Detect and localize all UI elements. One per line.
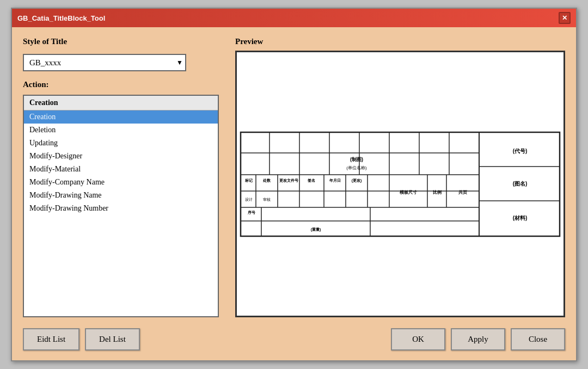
- svg-text:共页: 共页: [458, 190, 467, 195]
- window-title: GB_Catia_TitleBlock_Tool: [17, 14, 105, 22]
- listbox-header: Creation: [24, 96, 218, 110]
- left-button-group: Eidt List Del List: [23, 328, 140, 350]
- svg-text:(代号): (代号): [513, 148, 528, 154]
- svg-text:(图名): (图名): [513, 181, 528, 187]
- preview-area: (制图) (单位名称) (代号) (图名) (材料) 标记 处数 更改文件号 签…: [235, 51, 565, 317]
- listbox-item-modify-material[interactable]: Modify-Material: [24, 163, 218, 176]
- svg-text:(材料): (材料): [513, 215, 528, 221]
- listbox-item-modify-drawing-name[interactable]: Modify-Drawing Name: [24, 189, 218, 202]
- svg-text:模板尺寸: 模板尺寸: [399, 190, 417, 195]
- svg-text:处数: 处数: [262, 178, 271, 183]
- svg-text:标记: 标记: [244, 178, 253, 182]
- svg-text:年月日: 年月日: [329, 179, 341, 182]
- style-dropdown[interactable]: GB_xxxx: [23, 54, 186, 71]
- svg-text:(单位名称): (单位名称): [346, 165, 367, 170]
- listbox-item-deletion[interactable]: Deletion: [24, 124, 218, 137]
- close-button[interactable]: ✕: [559, 12, 571, 24]
- top-section: Style of Title GB_xxxx ▼ Action: Creatio…: [23, 37, 565, 317]
- svg-text:(更改): (更改): [352, 179, 362, 183]
- listbox-item-modify-drawing-number[interactable]: Modify-Drawing Number: [24, 202, 218, 215]
- apply-button[interactable]: Apply: [451, 328, 505, 350]
- right-button-group: OK Apply Close: [391, 328, 565, 350]
- ok-button[interactable]: OK: [391, 328, 445, 350]
- svg-text:序号: 序号: [247, 210, 256, 214]
- listbox-item-modify-company[interactable]: Modify-Company Name: [24, 176, 218, 189]
- svg-text:(制图): (制图): [350, 157, 363, 162]
- title-bar: GB_Catia_TitleBlock_Tool ✕: [12, 9, 576, 27]
- action-listbox[interactable]: Creation Creation Deletion Updating Modi…: [23, 95, 219, 317]
- del-list-button[interactable]: Del List: [85, 328, 140, 350]
- preview-label: Preview: [235, 37, 565, 46]
- listbox-items-list: Creation Deletion Updating Modify-Design…: [24, 110, 218, 215]
- svg-text:审核: 审核: [263, 198, 271, 202]
- style-dropdown-container: GB_xxxx ▼: [23, 54, 186, 71]
- action-label: Action:: [23, 80, 219, 89]
- svg-text:比例: 比例: [433, 190, 442, 195]
- svg-text:签名: 签名: [308, 178, 315, 182]
- preview-svg: (制图) (单位名称) (代号) (图名) (材料) 标记 处数 更改文件号 签…: [240, 131, 561, 237]
- listbox-item-modify-designer[interactable]: Modify-Designer: [24, 150, 218, 163]
- close-dialog-button[interactable]: Close: [511, 328, 565, 350]
- edit-list-button[interactable]: Eidt List: [23, 328, 79, 350]
- listbox-item-updating[interactable]: Updating: [24, 137, 218, 150]
- right-panel: Preview: [235, 37, 565, 317]
- svg-text:(重量): (重量): [311, 227, 321, 232]
- svg-text:设计: 设计: [245, 198, 253, 201]
- window-body: Style of Title GB_xxxx ▼ Action: Creatio…: [12, 27, 576, 360]
- listbox-item-creation[interactable]: Creation: [24, 110, 218, 124]
- style-of-title-label: Style of Title: [23, 37, 219, 46]
- svg-text:更改文件号: 更改文件号: [279, 178, 299, 183]
- bottom-buttons: Eidt List Del List OK Apply Close: [23, 323, 565, 350]
- main-window: GB_Catia_TitleBlock_Tool ✕ Style of Titl…: [11, 8, 577, 361]
- left-panel: Style of Title GB_xxxx ▼ Action: Creatio…: [23, 37, 219, 317]
